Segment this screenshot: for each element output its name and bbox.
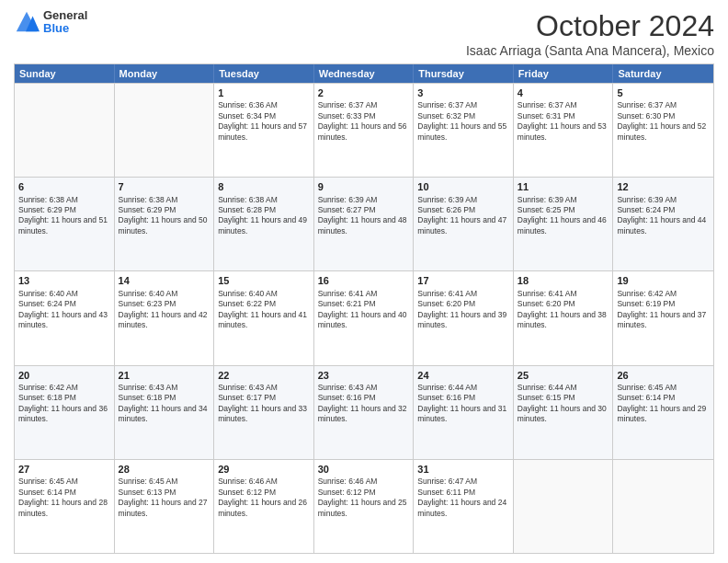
calendar-cell: 10Sunrise: 6:39 AM Sunset: 6:26 PM Dayli… xyxy=(414,178,514,270)
logo-general: General xyxy=(43,9,87,22)
day-number: 16 xyxy=(318,274,410,287)
day-info: Sunrise: 6:43 AM Sunset: 6:18 PM Dayligh… xyxy=(119,383,210,425)
calendar-cell: 20Sunrise: 6:42 AM Sunset: 6:18 PM Dayli… xyxy=(15,366,115,459)
day-number: 5 xyxy=(617,86,710,99)
calendar-cell: 12Sunrise: 6:39 AM Sunset: 6:24 PM Dayli… xyxy=(613,178,713,270)
day-info: Sunrise: 6:40 AM Sunset: 6:22 PM Dayligh… xyxy=(218,289,310,331)
calendar-cell: 23Sunrise: 6:43 AM Sunset: 6:16 PM Dayli… xyxy=(314,366,415,459)
day-number: 21 xyxy=(119,369,210,382)
calendar-cell: 1Sunrise: 6:36 AM Sunset: 6:34 PM Daylig… xyxy=(214,84,314,177)
calendar-cell: 18Sunrise: 6:41 AM Sunset: 6:20 PM Dayli… xyxy=(514,271,614,364)
calendar-cell: 28Sunrise: 6:45 AM Sunset: 6:13 PM Dayli… xyxy=(115,460,215,553)
day-info: Sunrise: 6:46 AM Sunset: 6:12 PM Dayligh… xyxy=(218,477,310,519)
day-number: 17 xyxy=(417,274,509,287)
day-info: Sunrise: 6:39 AM Sunset: 6:27 PM Dayligh… xyxy=(318,195,410,237)
calendar-cell: 5Sunrise: 6:37 AM Sunset: 6:30 PM Daylig… xyxy=(613,84,713,177)
calendar-cell: 2Sunrise: 6:37 AM Sunset: 6:33 PM Daylig… xyxy=(314,84,415,177)
day-number: 22 xyxy=(218,369,310,382)
day-number: 24 xyxy=(417,369,509,382)
calendar-cell: 29Sunrise: 6:46 AM Sunset: 6:12 PM Dayli… xyxy=(214,460,314,553)
calendar-cell xyxy=(514,460,614,553)
day-info: Sunrise: 6:45 AM Sunset: 6:14 PM Dayligh… xyxy=(617,383,710,425)
day-number: 20 xyxy=(18,369,110,382)
day-info: Sunrise: 6:42 AM Sunset: 6:19 PM Dayligh… xyxy=(617,289,710,331)
day-number: 12 xyxy=(617,180,710,193)
header-day-thursday: Thursday xyxy=(414,64,514,83)
day-info: Sunrise: 6:44 AM Sunset: 6:15 PM Dayligh… xyxy=(518,383,609,425)
calendar-cell: 7Sunrise: 6:38 AM Sunset: 6:29 PM Daylig… xyxy=(115,178,215,270)
day-info: Sunrise: 6:44 AM Sunset: 6:16 PM Dayligh… xyxy=(417,383,509,425)
day-number: 29 xyxy=(218,463,310,476)
day-info: Sunrise: 6:45 AM Sunset: 6:14 PM Dayligh… xyxy=(18,477,110,519)
calendar-row-2: 13Sunrise: 6:40 AM Sunset: 6:24 PM Dayli… xyxy=(15,270,713,364)
title-block: October 2024 Isaac Arriaga (Santa Ana Ma… xyxy=(466,9,714,58)
day-info: Sunrise: 6:42 AM Sunset: 6:18 PM Dayligh… xyxy=(18,383,110,425)
calendar-cell: 13Sunrise: 6:40 AM Sunset: 6:24 PM Dayli… xyxy=(15,271,115,364)
calendar-cell: 22Sunrise: 6:43 AM Sunset: 6:17 PM Dayli… xyxy=(214,366,314,459)
day-number: 13 xyxy=(18,274,110,287)
day-info: Sunrise: 6:39 AM Sunset: 6:26 PM Dayligh… xyxy=(417,195,509,237)
day-number: 4 xyxy=(518,86,609,99)
month-title: October 2024 xyxy=(466,9,714,43)
calendar-cell: 25Sunrise: 6:44 AM Sunset: 6:15 PM Dayli… xyxy=(514,366,614,459)
calendar-cell: 24Sunrise: 6:44 AM Sunset: 6:16 PM Dayli… xyxy=(414,366,514,459)
calendar-cell: 16Sunrise: 6:41 AM Sunset: 6:21 PM Dayli… xyxy=(314,271,415,364)
calendar: SundayMondayTuesdayWednesdayThursdayFrid… xyxy=(14,63,714,554)
calendar-cell: 14Sunrise: 6:40 AM Sunset: 6:23 PM Dayli… xyxy=(115,271,215,364)
day-info: Sunrise: 6:39 AM Sunset: 6:25 PM Dayligh… xyxy=(518,195,609,237)
calendar-cell xyxy=(15,84,115,177)
day-info: Sunrise: 6:38 AM Sunset: 6:28 PM Dayligh… xyxy=(218,195,310,237)
calendar-cell: 27Sunrise: 6:45 AM Sunset: 6:14 PM Dayli… xyxy=(15,460,115,553)
day-info: Sunrise: 6:37 AM Sunset: 6:31 PM Dayligh… xyxy=(518,100,609,143)
day-info: Sunrise: 6:39 AM Sunset: 6:24 PM Dayligh… xyxy=(617,195,710,237)
day-number: 27 xyxy=(18,463,110,476)
page: General Blue October 2024 Isaac Arriaga … xyxy=(0,0,728,563)
calendar-cell: 11Sunrise: 6:39 AM Sunset: 6:25 PM Dayli… xyxy=(514,178,614,270)
day-info: Sunrise: 6:40 AM Sunset: 6:24 PM Dayligh… xyxy=(18,289,110,331)
calendar-cell: 15Sunrise: 6:40 AM Sunset: 6:22 PM Dayli… xyxy=(214,271,314,364)
day-number: 6 xyxy=(18,180,110,193)
logo-blue: Blue xyxy=(43,22,87,35)
day-number: 18 xyxy=(518,274,609,287)
day-number: 9 xyxy=(318,180,410,193)
day-info: Sunrise: 6:43 AM Sunset: 6:16 PM Dayligh… xyxy=(318,383,410,425)
day-number: 2 xyxy=(318,86,410,99)
calendar-cell xyxy=(613,460,713,553)
day-info: Sunrise: 6:43 AM Sunset: 6:17 PM Dayligh… xyxy=(218,383,310,425)
day-info: Sunrise: 6:38 AM Sunset: 6:29 PM Dayligh… xyxy=(18,195,110,237)
calendar-cell: 9Sunrise: 6:39 AM Sunset: 6:27 PM Daylig… xyxy=(314,178,415,270)
calendar-header: SundayMondayTuesdayWednesdayThursdayFrid… xyxy=(15,64,713,83)
day-number: 15 xyxy=(218,274,310,287)
day-number: 10 xyxy=(417,180,509,193)
calendar-row-3: 20Sunrise: 6:42 AM Sunset: 6:18 PM Dayli… xyxy=(15,365,713,459)
day-info: Sunrise: 6:41 AM Sunset: 6:20 PM Dayligh… xyxy=(417,289,509,331)
day-number: 31 xyxy=(417,463,509,476)
logo-icon xyxy=(14,9,40,35)
logo: General Blue xyxy=(14,9,87,36)
calendar-cell: 17Sunrise: 6:41 AM Sunset: 6:20 PM Dayli… xyxy=(414,271,514,364)
header-day-saturday: Saturday xyxy=(613,64,713,83)
calendar-cell: 30Sunrise: 6:46 AM Sunset: 6:12 PM Dayli… xyxy=(314,460,415,553)
header-day-friday: Friday xyxy=(514,64,614,83)
calendar-cell: 8Sunrise: 6:38 AM Sunset: 6:28 PM Daylig… xyxy=(214,178,314,270)
header-day-wednesday: Wednesday xyxy=(314,64,415,83)
location-subtitle: Isaac Arriaga (Santa Ana Mancera), Mexic… xyxy=(466,43,714,58)
day-number: 30 xyxy=(318,463,410,476)
calendar-row-0: 1Sunrise: 6:36 AM Sunset: 6:34 PM Daylig… xyxy=(15,83,713,177)
day-info: Sunrise: 6:36 AM Sunset: 6:34 PM Dayligh… xyxy=(218,100,310,143)
header-day-tuesday: Tuesday xyxy=(214,64,314,83)
calendar-row-1: 6Sunrise: 6:38 AM Sunset: 6:29 PM Daylig… xyxy=(15,177,713,270)
calendar-row-4: 27Sunrise: 6:45 AM Sunset: 6:14 PM Dayli… xyxy=(15,459,713,553)
day-number: 3 xyxy=(417,86,509,99)
calendar-cell: 6Sunrise: 6:38 AM Sunset: 6:29 PM Daylig… xyxy=(15,178,115,270)
day-number: 11 xyxy=(518,180,609,193)
day-info: Sunrise: 6:40 AM Sunset: 6:23 PM Dayligh… xyxy=(119,289,210,331)
day-number: 26 xyxy=(617,369,710,382)
day-info: Sunrise: 6:41 AM Sunset: 6:20 PM Dayligh… xyxy=(518,289,609,331)
day-number: 23 xyxy=(318,369,410,382)
calendar-cell: 31Sunrise: 6:47 AM Sunset: 6:11 PM Dayli… xyxy=(414,460,514,553)
calendar-body: 1Sunrise: 6:36 AM Sunset: 6:34 PM Daylig… xyxy=(15,83,713,553)
calendar-cell: 21Sunrise: 6:43 AM Sunset: 6:18 PM Dayli… xyxy=(115,366,215,459)
day-info: Sunrise: 6:37 AM Sunset: 6:33 PM Dayligh… xyxy=(318,100,410,143)
day-number: 7 xyxy=(119,180,210,193)
